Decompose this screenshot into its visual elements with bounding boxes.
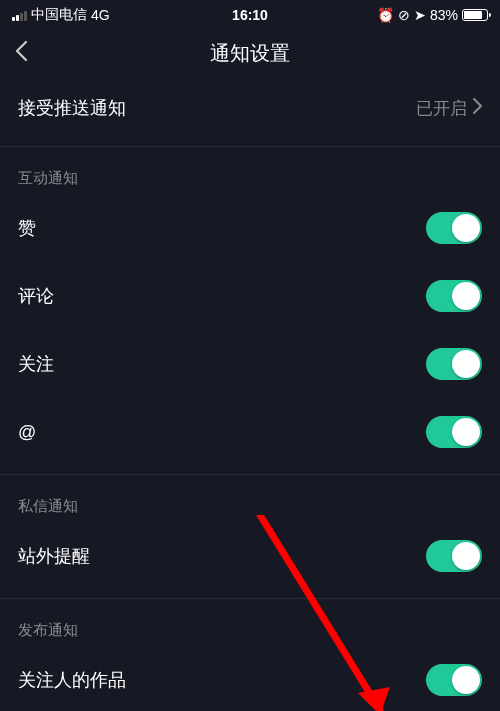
section-header-publish: 发布通知: [0, 598, 500, 646]
status-left: 中国电信 4G: [12, 6, 110, 24]
status-right: ⏰ ⊘ ➤ 83%: [377, 7, 488, 23]
carrier-label: 中国电信: [31, 6, 87, 24]
row-label: 关注: [18, 352, 54, 376]
row-follow: 关注: [0, 330, 500, 398]
push-value-group: 已开启: [416, 97, 482, 120]
location-icon: ➤: [414, 7, 426, 23]
toggle-followed-works[interactable]: [426, 664, 482, 696]
section-header-interaction: 互动通知: [0, 146, 500, 194]
alarm-icon: ⏰: [377, 7, 394, 23]
toggle-comment[interactable]: [426, 280, 482, 312]
row-external-reminder: 站外提醒: [0, 522, 500, 590]
row-label: 赞: [18, 216, 36, 240]
clock-label: 16:10: [232, 7, 268, 23]
signal-icon: [12, 9, 27, 21]
row-label: 评论: [18, 284, 54, 308]
nav-bar: 通知设置: [0, 28, 500, 78]
status-bar: 中国电信 4G 16:10 ⏰ ⊘ ➤ 83%: [0, 0, 500, 28]
row-label: 关注人的作品: [18, 668, 126, 692]
chevron-right-icon: [473, 98, 482, 119]
back-button[interactable]: [14, 38, 28, 69]
battery-percent: 83%: [430, 7, 458, 23]
toggle-like[interactable]: [426, 212, 482, 244]
row-followed-works: 关注人的作品: [0, 646, 500, 711]
network-label: 4G: [91, 7, 110, 23]
battery-icon: [462, 9, 488, 21]
toggle-mention[interactable]: [426, 416, 482, 448]
row-like: 赞: [0, 194, 500, 262]
push-value: 已开启: [416, 97, 467, 120]
toggle-external-reminder[interactable]: [426, 540, 482, 572]
toggle-follow[interactable]: [426, 348, 482, 380]
row-label: 站外提醒: [18, 544, 90, 568]
row-comment: 评论: [0, 262, 500, 330]
push-notification-row[interactable]: 接受推送通知 已开启: [0, 78, 500, 138]
push-label: 接受推送通知: [18, 96, 126, 120]
page-title: 通知设置: [210, 40, 290, 67]
row-label: @: [18, 422, 36, 443]
chevron-left-icon: [14, 40, 28, 62]
section-header-dm: 私信通知: [0, 474, 500, 522]
orientation-lock-icon: ⊘: [398, 7, 410, 23]
row-mention: @: [0, 398, 500, 466]
